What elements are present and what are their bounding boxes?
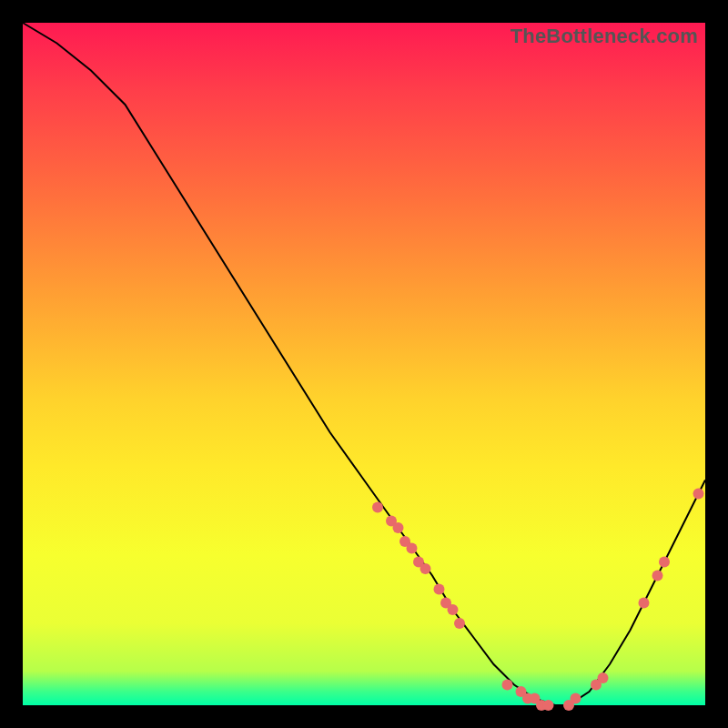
marker-dot <box>454 618 465 629</box>
marker-dot <box>372 502 383 513</box>
marker-dot <box>407 543 418 554</box>
marker-dot <box>448 604 459 615</box>
performance-curve <box>23 23 705 705</box>
chart-svg <box>23 23 705 705</box>
marker-group <box>372 489 704 712</box>
marker-dot <box>639 598 650 609</box>
marker-dot <box>502 680 513 691</box>
marker-dot <box>693 489 704 500</box>
marker-dot <box>571 693 581 704</box>
marker-dot <box>652 571 663 581</box>
marker-dot <box>598 672 609 683</box>
marker-dot <box>393 522 404 533</box>
plot-area: TheBottleneck.com <box>23 23 705 705</box>
marker-dot <box>420 563 431 574</box>
chart-frame: TheBottleneck.com <box>0 0 728 728</box>
marker-dot <box>543 700 554 711</box>
marker-dot <box>659 557 670 568</box>
marker-dot <box>434 584 445 595</box>
